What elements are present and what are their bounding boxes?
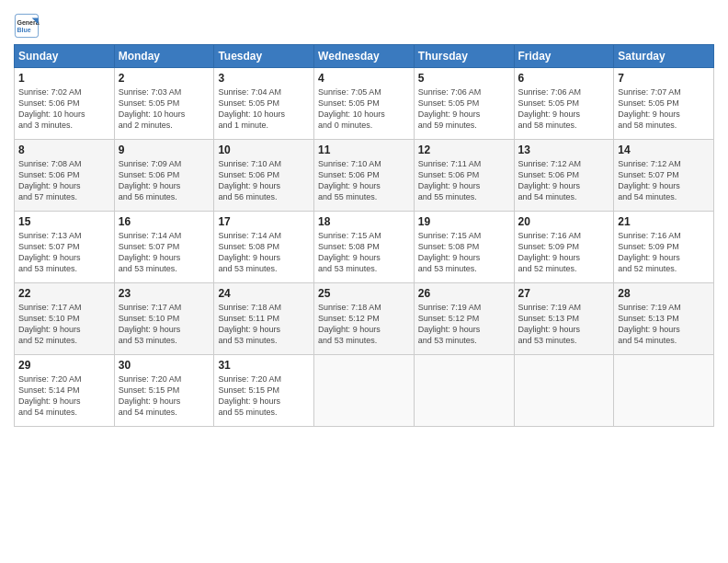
calendar-week-4: 22Sunrise: 7:17 AM Sunset: 5:10 PM Dayli…	[15, 283, 714, 355]
day-number: 5	[418, 72, 510, 85]
day-info: Sunrise: 7:20 AM Sunset: 5:15 PM Dayligh…	[119, 373, 210, 419]
calendar-cell: 15Sunrise: 7:13 AM Sunset: 5:07 PM Dayli…	[15, 212, 115, 283]
day-number: 3	[218, 72, 310, 85]
calendar-cell	[614, 355, 714, 427]
weekday-header-friday: Friday	[514, 45, 614, 68]
day-number: 30	[119, 359, 210, 372]
day-info: Sunrise: 7:10 AM Sunset: 5:06 PM Dayligh…	[318, 158, 410, 203]
day-info: Sunrise: 7:18 AM Sunset: 5:12 PM Dayligh…	[318, 302, 410, 347]
day-info: Sunrise: 7:13 AM Sunset: 5:07 PM Dayligh…	[18, 230, 110, 275]
day-info: Sunrise: 7:19 AM Sunset: 5:13 PM Dayligh…	[618, 302, 710, 347]
calendar-header-row: SundayMondayTuesdayWednesdayThursdayFrid…	[15, 45, 714, 68]
calendar-cell: 10Sunrise: 7:10 AM Sunset: 5:06 PM Dayli…	[214, 140, 314, 212]
day-number: 27	[518, 287, 610, 300]
day-info: Sunrise: 7:17 AM Sunset: 5:10 PM Dayligh…	[18, 302, 110, 347]
calendar-week-2: 8Sunrise: 7:08 AM Sunset: 5:06 PM Daylig…	[15, 140, 714, 212]
calendar-cell: 14Sunrise: 7:12 AM Sunset: 5:07 PM Dayli…	[614, 140, 714, 212]
day-info: Sunrise: 7:06 AM Sunset: 5:05 PM Dayligh…	[418, 86, 510, 132]
calendar-week-1: 1Sunrise: 7:02 AM Sunset: 5:06 PM Daylig…	[15, 68, 714, 140]
calendar-cell: 17Sunrise: 7:14 AM Sunset: 5:08 PM Dayli…	[214, 212, 314, 283]
day-info: Sunrise: 7:20 AM Sunset: 5:14 PM Dayligh…	[18, 373, 110, 419]
logo: General Blue	[14, 13, 43, 39]
calendar-cell: 30Sunrise: 7:20 AM Sunset: 5:15 PM Dayli…	[114, 355, 214, 427]
calendar-cell: 13Sunrise: 7:12 AM Sunset: 5:06 PM Dayli…	[514, 140, 614, 212]
day-info: Sunrise: 7:15 AM Sunset: 5:08 PM Dayligh…	[318, 230, 410, 275]
day-info: Sunrise: 7:20 AM Sunset: 5:15 PM Dayligh…	[218, 373, 310, 419]
day-number: 25	[318, 287, 410, 300]
svg-rect-0	[15, 14, 38, 37]
weekday-header-wednesday: Wednesday	[314, 45, 415, 68]
day-info: Sunrise: 7:12 AM Sunset: 5:07 PM Dayligh…	[618, 158, 710, 203]
day-number: 13	[518, 144, 610, 156]
calendar-cell: 25Sunrise: 7:18 AM Sunset: 5:12 PM Dayli…	[314, 283, 415, 355]
calendar-cell: 26Sunrise: 7:19 AM Sunset: 5:12 PM Dayli…	[414, 283, 514, 355]
day-info: Sunrise: 7:12 AM Sunset: 5:06 PM Dayligh…	[518, 158, 610, 203]
calendar-cell: 12Sunrise: 7:11 AM Sunset: 5:06 PM Dayli…	[414, 140, 514, 212]
day-number: 12	[418, 144, 510, 156]
day-number: 4	[318, 72, 410, 85]
header: General Blue	[14, 9, 714, 39]
weekday-header-monday: Monday	[114, 45, 214, 68]
calendar-cell: 27Sunrise: 7:19 AM Sunset: 5:13 PM Dayli…	[514, 283, 614, 355]
day-number: 29	[18, 359, 110, 372]
day-number: 14	[618, 144, 710, 156]
weekday-header-sunday: Sunday	[15, 45, 115, 68]
calendar-cell	[314, 355, 415, 427]
day-info: Sunrise: 7:04 AM Sunset: 5:05 PM Dayligh…	[218, 86, 310, 132]
day-info: Sunrise: 7:18 AM Sunset: 5:11 PM Dayligh…	[218, 302, 310, 347]
day-info: Sunrise: 7:07 AM Sunset: 5:05 PM Dayligh…	[618, 86, 710, 132]
weekday-header-thursday: Thursday	[414, 45, 514, 68]
calendar-cell: 2Sunrise: 7:03 AM Sunset: 5:05 PM Daylig…	[114, 68, 214, 140]
day-number: 2	[119, 72, 210, 85]
calendar-cell	[414, 355, 514, 427]
day-info: Sunrise: 7:14 AM Sunset: 5:08 PM Dayligh…	[218, 230, 310, 275]
day-number: 6	[518, 72, 610, 85]
day-info: Sunrise: 7:05 AM Sunset: 5:05 PM Dayligh…	[318, 86, 410, 132]
day-number: 15	[18, 215, 110, 228]
day-info: Sunrise: 7:14 AM Sunset: 5:07 PM Dayligh…	[119, 230, 210, 275]
day-number: 18	[318, 215, 410, 228]
calendar-cell: 9Sunrise: 7:09 AM Sunset: 5:06 PM Daylig…	[114, 140, 214, 212]
day-info: Sunrise: 7:06 AM Sunset: 5:05 PM Dayligh…	[518, 86, 610, 132]
page-container: General Blue SundayMondayTuesdayWednesda…	[0, 0, 728, 436]
calendar-cell: 22Sunrise: 7:17 AM Sunset: 5:10 PM Dayli…	[15, 283, 115, 355]
calendar-cell: 24Sunrise: 7:18 AM Sunset: 5:11 PM Dayli…	[214, 283, 314, 355]
day-number: 28	[618, 287, 710, 300]
calendar-cell: 18Sunrise: 7:15 AM Sunset: 5:08 PM Dayli…	[314, 212, 415, 283]
calendar-cell: 4Sunrise: 7:05 AM Sunset: 5:05 PM Daylig…	[314, 68, 415, 140]
logo-icon: General Blue	[14, 13, 40, 39]
day-info: Sunrise: 7:10 AM Sunset: 5:06 PM Dayligh…	[218, 158, 310, 203]
calendar-cell: 7Sunrise: 7:07 AM Sunset: 5:05 PM Daylig…	[614, 68, 714, 140]
calendar-cell: 1Sunrise: 7:02 AM Sunset: 5:06 PM Daylig…	[15, 68, 115, 140]
calendar-week-5: 29Sunrise: 7:20 AM Sunset: 5:14 PM Dayli…	[15, 355, 714, 427]
calendar-cell: 21Sunrise: 7:16 AM Sunset: 5:09 PM Dayli…	[614, 212, 714, 283]
weekday-header-saturday: Saturday	[614, 45, 714, 68]
calendar-cell: 6Sunrise: 7:06 AM Sunset: 5:05 PM Daylig…	[514, 68, 614, 140]
day-info: Sunrise: 7:11 AM Sunset: 5:06 PM Dayligh…	[418, 158, 510, 203]
calendar-cell: 8Sunrise: 7:08 AM Sunset: 5:06 PM Daylig…	[15, 140, 115, 212]
day-info: Sunrise: 7:02 AM Sunset: 5:06 PM Dayligh…	[18, 86, 110, 132]
day-number: 23	[119, 287, 210, 300]
day-info: Sunrise: 7:19 AM Sunset: 5:12 PM Dayligh…	[418, 302, 510, 347]
day-info: Sunrise: 7:19 AM Sunset: 5:13 PM Dayligh…	[518, 302, 610, 347]
day-info: Sunrise: 7:16 AM Sunset: 5:09 PM Dayligh…	[518, 230, 610, 275]
svg-text:Blue: Blue	[17, 27, 31, 33]
day-info: Sunrise: 7:16 AM Sunset: 5:09 PM Dayligh…	[618, 230, 710, 275]
day-number: 16	[119, 215, 210, 228]
day-number: 24	[218, 287, 310, 300]
calendar-cell: 19Sunrise: 7:15 AM Sunset: 5:08 PM Dayli…	[414, 212, 514, 283]
calendar-week-3: 15Sunrise: 7:13 AM Sunset: 5:07 PM Dayli…	[15, 212, 714, 283]
calendar-cell	[514, 355, 614, 427]
calendar-cell: 16Sunrise: 7:14 AM Sunset: 5:07 PM Dayli…	[114, 212, 214, 283]
day-info: Sunrise: 7:17 AM Sunset: 5:10 PM Dayligh…	[119, 302, 210, 347]
calendar-body: 1Sunrise: 7:02 AM Sunset: 5:06 PM Daylig…	[15, 68, 714, 427]
day-info: Sunrise: 7:15 AM Sunset: 5:08 PM Dayligh…	[418, 230, 510, 275]
day-info: Sunrise: 7:03 AM Sunset: 5:05 PM Dayligh…	[119, 86, 210, 132]
day-number: 19	[418, 215, 510, 228]
calendar-cell: 23Sunrise: 7:17 AM Sunset: 5:10 PM Dayli…	[114, 283, 214, 355]
day-info: Sunrise: 7:09 AM Sunset: 5:06 PM Dayligh…	[119, 158, 210, 203]
calendar-cell: 28Sunrise: 7:19 AM Sunset: 5:13 PM Dayli…	[614, 283, 714, 355]
day-number: 17	[218, 215, 310, 228]
day-number: 26	[418, 287, 510, 300]
day-number: 7	[618, 72, 710, 85]
